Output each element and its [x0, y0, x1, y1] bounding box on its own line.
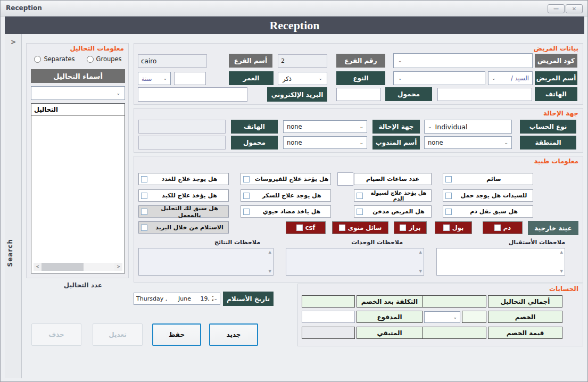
patient-code-combobox[interactable]: ⌄: [393, 53, 533, 68]
referral-header: جهة الإحالة: [543, 110, 578, 117]
radio-separates[interactable]: Separates: [34, 55, 74, 63]
scroll-up-icon[interactable]: ▲: [269, 250, 271, 254]
radio-circle-icon: [34, 56, 41, 63]
checkbox-sample-semen[interactable]: سائل منوى: [332, 221, 388, 234]
paid-input[interactable]: [302, 311, 355, 323]
referral-phone-field: [138, 120, 226, 134]
analyses-listbox[interactable]: التحاليل < >: [31, 103, 125, 273]
analyses-groupbox: معلومات التحاليل Separates Groupes أسماء…: [26, 43, 129, 278]
checkbox-liver[interactable]: هل يؤخذ علاج للكبد: [138, 189, 229, 202]
checkbox-antiviral[interactable]: هل يؤخذ علاج للفيروسات: [241, 173, 331, 185]
gender-label: النوع: [336, 71, 385, 85]
page-title: Reception: [5, 16, 584, 34]
checkbox-transfusion[interactable]: هل سبق نقل دم: [443, 205, 533, 218]
scroll-down-icon[interactable]: ▼: [269, 269, 271, 273]
expand-panel-icon[interactable]: >: [5, 38, 22, 46]
age-unit-combobox[interactable]: سنة ⌄: [138, 72, 171, 85]
chevron-down-icon: ⌄: [398, 76, 402, 81]
analyses-names-header: أسماء التحاليل: [31, 69, 125, 83]
region-combobox[interactable]: none ⌄: [424, 136, 512, 149]
after-discount-label: التكلفة بعد الخصم: [357, 295, 423, 308]
gender-combobox[interactable]: ذكر ⌄: [278, 72, 327, 85]
delegate-value: none: [287, 139, 302, 146]
checkbox-sample-stool[interactable]: براز: [394, 221, 427, 234]
discount-value-label: قيمة الخصم: [488, 327, 562, 339]
checkbox-sample-csf[interactable]: csf: [286, 221, 326, 234]
fasting-hours-input[interactable]: [337, 172, 353, 186]
chevron-down-icon: ⌄: [359, 124, 363, 129]
email-label: البريد الإلكتروني: [267, 87, 327, 102]
checkbox-smoker[interactable]: هل المريض مدخن: [354, 205, 432, 218]
referral-party-combobox[interactable]: none ⌄: [283, 120, 367, 133]
gender-value: ذكر: [283, 75, 292, 82]
analyses-list-title: التحاليل: [31, 104, 125, 115]
checkbox-anticoagulant-label: هل يؤخذ علاج لسيولة الدم: [365, 190, 431, 202]
phone-input[interactable]: [437, 88, 532, 101]
analyses-name-combobox[interactable]: ⌄: [31, 86, 125, 100]
radio-groupes-label: Groupes: [96, 55, 122, 63]
delegate-combobox[interactable]: none ⌄: [283, 136, 367, 149]
chevron-down-icon: ⌄: [163, 76, 167, 81]
chevron-down-icon: ⌄: [398, 59, 402, 63]
email-input[interactable]: [138, 87, 247, 102]
search-tab[interactable]: Search: [6, 239, 20, 267]
accounts-groupbox: الحسابات أجمالي التحاليل الخصم ⌄ % قيمة …: [297, 284, 583, 346]
external-sample-label: عينة خارجية: [528, 221, 578, 235]
notes-reception-textarea[interactable]: ▲ ▼: [436, 248, 565, 276]
notes-results-textarea[interactable]: ▲ ▼: [138, 248, 274, 276]
checkbox-antibiotic[interactable]: هل ياخذ مضاد حيوي: [241, 205, 331, 218]
close-button[interactable]: ✕: [566, 4, 583, 13]
region-value: none: [428, 139, 443, 146]
discount-label: الخصم: [488, 311, 562, 323]
minimize-icon: —: [553, 6, 559, 12]
checkbox-sample-urine[interactable]: بول: [435, 221, 472, 234]
checkbox-pregnancy[interactable]: للسيدات هل يوجد حمل: [443, 189, 533, 202]
checkbox-sample-blood[interactable]: دم: [483, 221, 523, 234]
receive-date-picker[interactable]: Thursday , June 19, 20 ⌄: [134, 293, 220, 305]
mobile-input[interactable]: [336, 88, 381, 101]
checkbox-fasting[interactable]: صائم: [443, 173, 533, 185]
remaining-label: المتبقي: [357, 327, 423, 339]
delegate-label: أسم المندوب: [372, 136, 420, 150]
checkbox-glands[interactable]: هل يوجد علاج للغدد: [138, 173, 229, 185]
save-button[interactable]: حفظ: [152, 323, 201, 346]
title-prefix-combobox[interactable]: ⌄ السيد /: [488, 71, 533, 85]
checkbox-icon: [443, 225, 450, 231]
checkbox-mail-receive[interactable]: الاستلام من خلال البريد: [138, 221, 229, 234]
referral-mobile-label: محمول: [231, 136, 278, 150]
new-button[interactable]: جديد: [209, 323, 258, 346]
checkbox-previous-lab[interactable]: هل سبق لك التحليل بالمعمل: [138, 205, 229, 218]
patient-name-combobox[interactable]: ⌄: [393, 71, 485, 85]
sample-blood-label: دم: [503, 224, 511, 231]
referral-party-label: جهة الإحالة: [372, 120, 420, 134]
scroll-right-icon[interactable]: >: [114, 263, 122, 271]
checkbox-anticoagulant[interactable]: هل يؤخذ علاج لسيولة الدم: [354, 189, 432, 202]
scrollbar-track[interactable]: [42, 263, 114, 271]
discount-field[interactable]: [462, 311, 486, 323]
delete-button[interactable]: حذف: [31, 323, 81, 346]
checkbox-diabetes[interactable]: هل يوجد علاج للسكر: [241, 189, 331, 202]
total-analyses-field: [421, 295, 486, 308]
notes-units-textarea[interactable]: ▲ ▼: [286, 248, 424, 276]
scroll-up-icon[interactable]: ▲: [419, 250, 422, 254]
scroll-left-icon[interactable]: <: [34, 263, 42, 271]
checkbox-glands-label: هل يوجد علاج للغدد: [150, 176, 228, 182]
referral-party-value: none: [287, 123, 302, 130]
checkbox-icon: [243, 209, 250, 215]
age-input[interactable]: [174, 72, 206, 85]
account-type-combobox[interactable]: ⌄ Individual: [424, 120, 512, 134]
scrollbar-thumb[interactable]: [42, 263, 84, 271]
scroll-up-icon[interactable]: ▲: [560, 250, 563, 254]
notes-results-label: ملاحظات النتائج: [138, 239, 274, 246]
checkbox-antiviral-label: هل يؤخذ علاج للفيروسات: [252, 176, 330, 182]
radio-groupes[interactable]: Groupes: [87, 55, 122, 63]
horizontal-scrollbar[interactable]: < >: [34, 263, 122, 271]
minimize-button[interactable]: —: [548, 4, 565, 13]
discount-type-combobox[interactable]: ⌄: [424, 311, 460, 323]
account-type-label: نوع الحساب: [520, 120, 576, 134]
phone-label: الهاتف: [535, 87, 577, 101]
checkbox-liver-label: هل يؤخذ علاج للكبد: [150, 192, 228, 199]
edit-button[interactable]: تعديل: [93, 323, 143, 346]
scroll-down-icon[interactable]: ▼: [419, 269, 422, 273]
scroll-down-icon[interactable]: ▼: [560, 269, 563, 273]
